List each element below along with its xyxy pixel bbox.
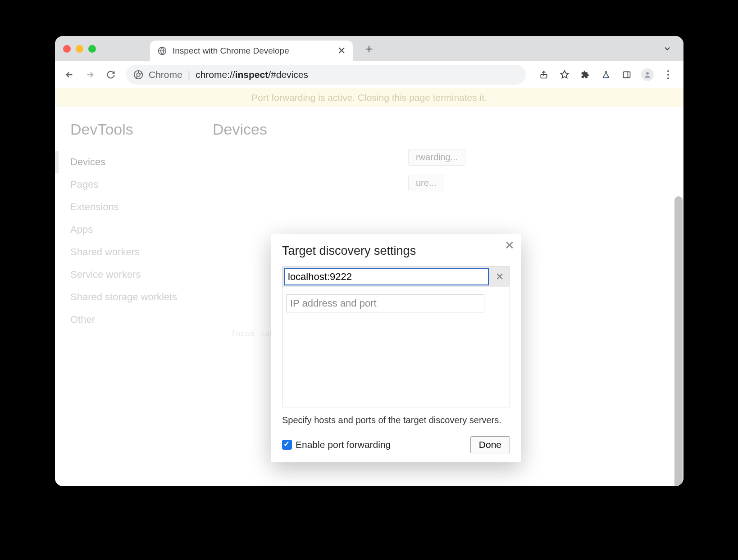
- sidebar-item-shared-workers[interactable]: Shared workers: [68, 241, 213, 263]
- tabs-chevron-down-icon[interactable]: [663, 44, 672, 53]
- main-title: Devices: [213, 121, 665, 138]
- host-port-input[interactable]: [284, 268, 489, 285]
- window-zoom-button[interactable]: [88, 45, 96, 53]
- tab-close-icon[interactable]: ✕: [337, 45, 346, 57]
- traffic-lights: [63, 45, 96, 53]
- sidebar: DevTools Devices Pages Extensions Apps S…: [68, 121, 213, 338]
- bookmark-star-icon[interactable]: [555, 65, 574, 85]
- configure-button[interactable]: ure...: [408, 175, 444, 191]
- reload-button[interactable]: [102, 66, 120, 84]
- dialog-close-icon[interactable]: ✕: [505, 239, 515, 253]
- vertical-scrollbar[interactable]: [674, 196, 683, 486]
- svg-point-6: [646, 72, 649, 75]
- omnibox-url-prefix: chrome://: [196, 69, 235, 80]
- labs-flask-icon[interactable]: [596, 65, 616, 85]
- content-area: Port forwarding is active. Closing this …: [55, 88, 683, 486]
- sidebar-item-other[interactable]: Other: [68, 308, 213, 331]
- dialog-help-text: Specify hosts and ports of the target di…: [282, 414, 510, 426]
- svg-rect-5: [624, 72, 630, 77]
- checkbox-checked-icon: [282, 440, 292, 450]
- forward-button[interactable]: [81, 66, 99, 84]
- target-discovery-dialog: ✕ Target discovery settings ✕ IP address…: [271, 234, 521, 462]
- remove-entry-icon[interactable]: ✕: [492, 269, 508, 285]
- sidebar-item-shared-storage-worklets[interactable]: Shared storage worklets: [68, 286, 213, 308]
- avatar-icon: [641, 68, 654, 81]
- window-close-button[interactable]: [63, 45, 71, 53]
- dialog-title: Target discovery settings: [282, 244, 510, 258]
- toolbar-actions: [534, 65, 678, 85]
- globe-icon: [157, 46, 167, 56]
- host-port-placeholder-input[interactable]: IP address and port: [286, 294, 484, 312]
- browser-window: Inspect with Chrome Develope ✕ ＋ Chrome …: [55, 36, 683, 486]
- new-tab-button[interactable]: ＋: [363, 40, 375, 57]
- enable-port-forwarding-checkbox[interactable]: Enable port forwarding: [282, 439, 391, 450]
- toolbar: Chrome | chrome://inspect/#devices: [55, 61, 683, 88]
- share-icon[interactable]: [534, 65, 554, 85]
- side-panel-icon[interactable]: [617, 65, 637, 85]
- omnibox-text: Chrome | chrome://inspect/#devices: [149, 69, 308, 80]
- omnibox[interactable]: Chrome | chrome://inspect/#devices: [126, 65, 526, 85]
- sidebar-item-extensions[interactable]: Extensions: [68, 196, 213, 218]
- tab-title: Inspect with Chrome Develope: [173, 46, 332, 56]
- svg-point-4: [606, 77, 608, 78]
- extensions-icon[interactable]: [575, 65, 595, 85]
- chrome-icon: [133, 70, 143, 80]
- window-minimize-button[interactable]: [76, 45, 83, 53]
- dialog-footer: Enable port forwarding Done: [282, 436, 510, 453]
- menu-dots-icon[interactable]: [658, 65, 678, 85]
- sidebar-item-devices[interactable]: Devices: [55, 151, 213, 173]
- omnibox-url-suffix: /#devices: [268, 69, 308, 80]
- profile-avatar[interactable]: [638, 65, 657, 85]
- checkbox-label: Enable port forwarding: [296, 439, 391, 450]
- browser-tab[interactable]: Inspect with Chrome Develope ✕: [150, 41, 353, 61]
- done-button[interactable]: Done: [470, 436, 510, 453]
- discovery-entry-row: ✕: [282, 266, 510, 287]
- port-forwarding-button[interactable]: rwarding...: [408, 149, 465, 166]
- sidebar-item-apps[interactable]: Apps: [68, 218, 213, 241]
- back-button[interactable]: [60, 66, 78, 84]
- sidebar-item-pages[interactable]: Pages: [68, 173, 213, 196]
- omnibox-scheme: Chrome: [149, 69, 182, 80]
- sidebar-title: DevTools: [68, 121, 213, 138]
- port-forwarding-banner: Port forwarding is active. Closing this …: [55, 88, 683, 107]
- omnibox-url-highlight: inspect: [235, 69, 269, 80]
- sidebar-item-service-workers[interactable]: Service workers: [68, 263, 213, 286]
- tab-strip: Inspect with Chrome Develope ✕ ＋: [55, 36, 683, 61]
